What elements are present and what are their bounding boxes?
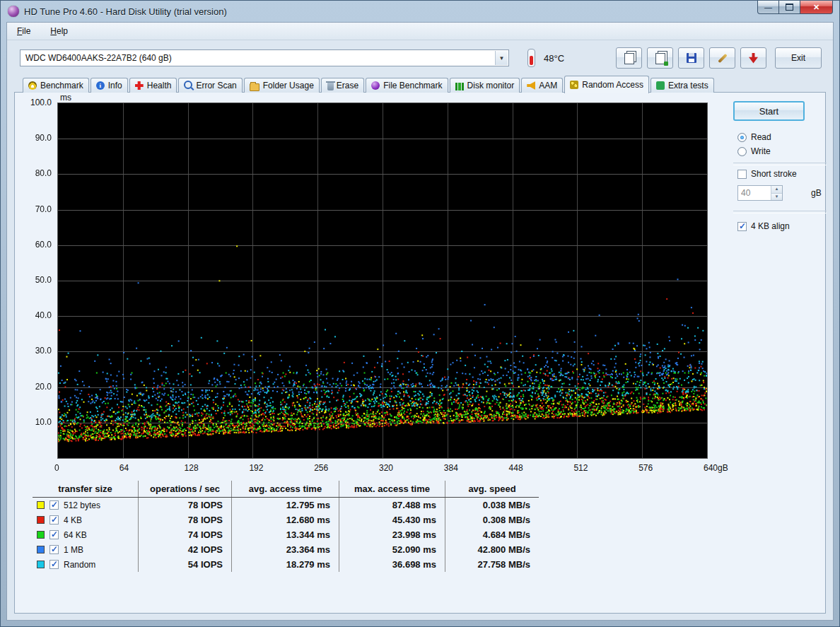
download-arrow-icon [749, 53, 758, 64]
chevron-down-icon[interactable]: ▼ [495, 51, 508, 65]
erase-icon [327, 83, 334, 90]
health-icon [135, 81, 144, 90]
align-checkbox[interactable] [737, 222, 747, 231]
tab-file-benchmark[interactable]: File Benchmark [366, 78, 448, 93]
column-header: operations / sec [139, 481, 232, 497]
tab-error-scan[interactable]: Error Scan [178, 78, 242, 93]
menu-item-file[interactable]: File [14, 25, 33, 37]
folder-icon [250, 83, 259, 91]
menu-bar: FileHelp [7, 23, 833, 40]
tab-benchmark[interactable]: Benchmark [23, 78, 89, 93]
short-stroke-label: Short stroke [751, 169, 797, 179]
y-tick-label: 60.0 [15, 240, 52, 250]
write-radio-row: Write [737, 146, 771, 156]
series-label: 1 MB [64, 545, 83, 555]
transfer-size-cell: 1 MB [33, 542, 139, 557]
avg-speed-cell: 0.038 MB/s [445, 498, 539, 512]
drive-select-combobox[interactable]: WDC WD6400AAKS-22A7B2 (640 gB) ▼ [20, 49, 509, 66]
maximize-icon [786, 4, 793, 11]
series-checkbox[interactable] [49, 560, 59, 569]
diskmon-icon [455, 83, 464, 90]
tab-label: File Benchmark [383, 81, 442, 90]
x-tick-label: 256 [314, 463, 328, 473]
max-access-cell: 87.488 ms [339, 498, 445, 512]
thermometer-icon [527, 49, 535, 67]
series-checkbox[interactable] [49, 545, 59, 554]
column-header: transfer size [33, 481, 139, 497]
filebench-icon [371, 81, 380, 90]
table-row: 4 KB78 IOPS12.680 ms45.430 ms0.308 MB/s [33, 512, 539, 527]
avg-access-cell: 12.795 ms [232, 498, 339, 512]
client-area: FileHelp WDC WD6400AAKS-22A7B2 (640 gB) … [6, 22, 834, 621]
series-checkbox[interactable] [49, 500, 59, 510]
drive-select-value: WDC WD6400AAKS-22A7B2 (640 gB) [25, 53, 172, 63]
avg-speed-cell: 4.684 MB/s [445, 527, 539, 542]
avg-access-cell: 23.364 ms [232, 542, 339, 557]
benchmark-icon [28, 81, 37, 90]
column-header: max. access time [339, 481, 445, 497]
copy-plus-icon [655, 53, 665, 64]
write-radio[interactable] [737, 147, 747, 156]
y-tick-label: 70.0 [15, 204, 52, 214]
stepper-up-icon[interactable]: ▲ [771, 186, 782, 194]
series-checkbox[interactable] [49, 515, 59, 525]
download-button[interactable] [740, 47, 766, 69]
table-row: Random54 IOPS18.279 ms36.698 ms27.758 MB… [33, 557, 539, 572]
tab-info[interactable]: iInfo [91, 78, 128, 93]
x-tick-label: 320 [379, 463, 393, 473]
short-stroke-size-input[interactable] [738, 186, 771, 200]
copy-screenshot-button[interactable] [647, 47, 673, 69]
tool-icon [718, 53, 727, 62]
copy-to-clipboard-button[interactable] [616, 47, 642, 69]
transfer-size-cell: 512 bytes [33, 498, 139, 512]
short-stroke-size-stepper: ▲ ▼ [737, 185, 783, 201]
temperature-value: 48°C [544, 53, 564, 64]
maximize-button[interactable] [779, 1, 800, 14]
random-icon [570, 81, 578, 89]
tab-random-access[interactable]: Random Access [564, 76, 649, 93]
options-button[interactable] [709, 47, 735, 69]
read-radio[interactable] [737, 133, 747, 142]
x-tick-label: 128 [185, 463, 199, 473]
series-color-swatch [37, 516, 45, 524]
title-bar[interactable]: HD Tune Pro 4.60 - Hard Disk Utility (tr… [1, 1, 839, 22]
y-tick-label: 20.0 [15, 382, 52, 392]
tab-health[interactable]: Health [129, 78, 177, 93]
table-row: 64 KB74 IOPS13.344 ms23.998 ms4.684 MB/s [33, 527, 539, 542]
tab-extra-tests[interactable]: Extra tests [651, 78, 714, 93]
minimize-button[interactable]: — [757, 1, 779, 14]
tab-strip: BenchmarkiInfoHealthError ScanFolder Usa… [7, 76, 833, 93]
tab-label: Folder Usage [263, 81, 314, 90]
y-tick-label: 10.0 [15, 417, 52, 427]
start-button[interactable]: Start [733, 101, 805, 121]
series-color-swatch [37, 531, 45, 539]
close-button[interactable]: ✕ [800, 1, 833, 14]
table-row: 512 bytes78 IOPS12.795 ms87.488 ms0.038 … [33, 498, 539, 512]
save-screenshot-button[interactable] [678, 47, 704, 69]
max-access-cell: 45.430 ms [339, 512, 445, 527]
short-stroke-checkbox[interactable] [737, 170, 747, 179]
exit-button[interactable]: Exit [775, 47, 822, 69]
series-color-swatch [37, 501, 45, 509]
tab-label: Random Access [582, 80, 643, 90]
series-checkbox[interactable] [49, 530, 59, 539]
series-color-swatch [37, 561, 45, 568]
tab-erase[interactable]: Erase [321, 78, 364, 93]
tab-disk-monitor[interactable]: Disk monitor [450, 78, 520, 93]
avg-access-cell: 18.279 ms [232, 557, 339, 572]
tab-folder-usage[interactable]: Folder Usage [244, 78, 320, 93]
tab-label: Health [147, 81, 172, 90]
max-access-cell: 36.698 ms [339, 557, 445, 572]
align-row: 4 KB align [737, 221, 790, 231]
menu-item-help[interactable]: Help [47, 25, 71, 37]
avg-access-cell: 13.344 ms [232, 527, 339, 542]
series-label: 512 bytes [64, 500, 100, 510]
stepper-down-icon[interactable]: ▼ [771, 194, 782, 201]
series-label: 4 KB [64, 515, 82, 525]
tab-aam[interactable]: AAM [521, 78, 563, 93]
max-access-cell: 52.090 ms [339, 542, 445, 557]
transfer-size-cell: 64 KB [33, 527, 139, 542]
series-color-swatch [37, 546, 45, 553]
y-tick-label: 100.0 [15, 98, 52, 107]
y-tick-label: 80.0 [15, 168, 52, 178]
